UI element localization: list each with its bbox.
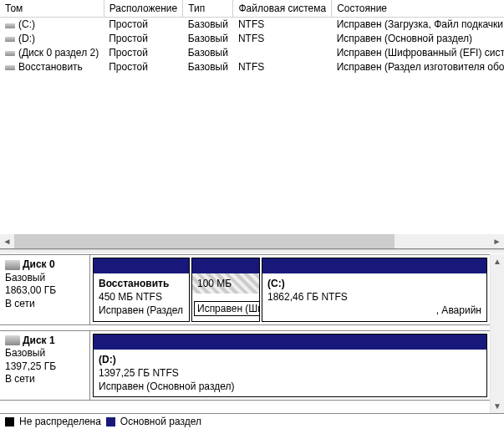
volume-status: Исправен (Шифрованный (EFI) систе — [332, 45, 504, 59]
volume-layout: Простой — [104, 59, 183, 74]
partition-color-bar — [94, 335, 486, 350]
volume-row[interactable]: (C:) Простой Базовый NTFS Исправен (Загр… — [0, 17, 504, 31]
partition-d[interactable]: (D:) 1397,25 ГБ NTFS Исправен (Основной … — [93, 334, 487, 398]
volume-layout: Простой — [104, 45, 183, 59]
legend-label-primary: Основной раздел — [120, 416, 201, 427]
col-type[interactable]: Тип — [183, 0, 233, 17]
legend-bar: Не распределена Основной раздел — [0, 413, 504, 429]
volume-table-header: Том Расположение Тип Файловая система Со… — [0, 0, 504, 17]
volume-status: Исправен (Раздел изготовителя обор — [332, 59, 504, 74]
scroll-down-icon[interactable]: ▼ — [491, 399, 504, 413]
volume-row[interactable]: Восстановить Простой Базовый NTFS Исправ… — [0, 59, 504, 74]
partition-color-bar — [94, 258, 189, 273]
disk-name: Диск 1 — [23, 335, 55, 346]
partition-size: 1397,25 ГБ NTFS — [99, 366, 481, 380]
legend-swatch-unallocated — [5, 417, 14, 426]
partition-c[interactable]: (C:) 1862,46 ГБ NTFS , Аварийн — [262, 258, 487, 322]
volume-fs — [233, 45, 332, 59]
col-layout[interactable]: Расположение — [104, 0, 183, 17]
disk-partition-layout: Восстановить 450 МБ NTFS Исправен (Разде… — [90, 255, 490, 324]
disk-map-pane: Диск 0 Базовый 1863,00 ГБ В сети Восстан… — [0, 254, 504, 413]
col-filesystem[interactable]: Файловая система — [233, 0, 332, 17]
volume-type: Базовый — [183, 45, 233, 59]
disk-size: 1397,25 ГБ — [5, 360, 84, 374]
vertical-scrollbar[interactable]: ▲ ▼ — [490, 254, 504, 413]
volume-table: Том Расположение Тип Файловая система Со… — [0, 0, 504, 74]
volume-icon — [5, 34, 17, 43]
disk-info: Диск 1 Базовый 1397,25 ГБ В сети — [0, 331, 90, 401]
partition-efi[interactable]: 100 МБ Исправен (Шифрованный (EFI) систе… — [191, 258, 260, 322]
partition-status: , Аварийн — [267, 304, 481, 317]
volume-type: Базовый — [183, 59, 233, 74]
disk-list: Диск 0 Базовый 1863,00 ГБ В сети Восстан… — [0, 254, 490, 413]
partition-status: Исправен (Раздел — [99, 304, 184, 317]
volume-layout: Простой — [104, 17, 183, 31]
col-status[interactable]: Состояние — [332, 0, 504, 17]
partition-title: (D:) — [99, 353, 481, 366]
disk-row[interactable]: Диск 1 Базовый 1397,25 ГБ В сети (D:) 13… — [0, 330, 490, 401]
volume-name: (C:) — [18, 18, 35, 30]
partition-color-bar — [262, 258, 486, 273]
scroll-track[interactable] — [14, 234, 490, 248]
disk-row[interactable]: Диск 0 Базовый 1863,00 ГБ В сети Восстан… — [0, 254, 490, 325]
volume-name: (Диск 0 раздел 2) — [18, 47, 99, 59]
scroll-left-icon[interactable]: ◄ — [0, 234, 14, 248]
scroll-track[interactable] — [491, 268, 504, 399]
volume-layout: Простой — [104, 31, 183, 45]
scroll-thumb[interactable] — [14, 234, 395, 248]
partition-color-bar — [192, 258, 259, 273]
disk-icon — [5, 335, 20, 345]
volume-fs: NTFS — [233, 59, 332, 74]
volume-name: Восстановить — [18, 61, 83, 73]
partition-size: 1862,46 ГБ NTFS — [267, 290, 481, 304]
disk-info: Диск 0 Базовый 1863,00 ГБ В сети — [0, 255, 90, 324]
partition-title: (C:) — [267, 277, 481, 290]
disk-name: Диск 0 — [23, 258, 55, 270]
volume-row[interactable]: (Диск 0 раздел 2) Простой Базовый Исправ… — [0, 45, 504, 59]
disk-size: 1863,00 ГБ — [5, 284, 84, 298]
partition-size: 450 МБ NTFS — [99, 290, 184, 304]
partition-title: Восстановить — [99, 277, 184, 290]
disk-icon — [5, 260, 20, 270]
volume-status: Исправен (Загрузка, Файл подкачки, — [332, 17, 504, 31]
disk-type: Базовый — [5, 347, 84, 360]
scroll-up-icon[interactable]: ▲ — [491, 254, 504, 268]
scroll-right-icon[interactable]: ► — [490, 234, 504, 248]
partition-tooltip: Исправен (Шифрованный (EFI) системный ра… — [194, 301, 260, 316]
partition-size: 100 МБ — [197, 277, 254, 290]
partition-recovery[interactable]: Восстановить 450 МБ NTFS Исправен (Разде… — [93, 258, 190, 322]
legend-label-unallocated: Не распределена — [19, 416, 101, 427]
col-volume[interactable]: Том — [0, 0, 104, 17]
disk-online: В сети — [5, 373, 84, 386]
volume-icon — [5, 63, 17, 71]
volume-icon — [5, 21, 17, 29]
partition-status: Исправен (Основной раздел) — [99, 380, 481, 393]
horizontal-scrollbar[interactable]: ◄ ► — [0, 234, 504, 248]
volume-fs: NTFS — [233, 31, 332, 45]
disk-partition-layout: (D:) 1397,25 ГБ NTFS Исправен (Основной … — [90, 331, 490, 401]
volume-status: Исправен (Основной раздел) — [332, 31, 504, 45]
volume-icon — [5, 49, 17, 57]
volume-fs: NTFS — [233, 17, 332, 31]
volume-name: (D:) — [18, 33, 35, 44]
volume-list-pane: Том Расположение Тип Файловая система Со… — [0, 0, 504, 249]
legend-swatch-primary — [106, 417, 115, 426]
volume-type: Базовый — [183, 17, 233, 31]
disk-online: В сети — [5, 298, 84, 311]
disk-type: Базовый — [5, 272, 84, 285]
volume-row[interactable]: (D:) Простой Базовый NTFS Исправен (Осно… — [0, 31, 504, 45]
volume-type: Базовый — [183, 31, 233, 45]
